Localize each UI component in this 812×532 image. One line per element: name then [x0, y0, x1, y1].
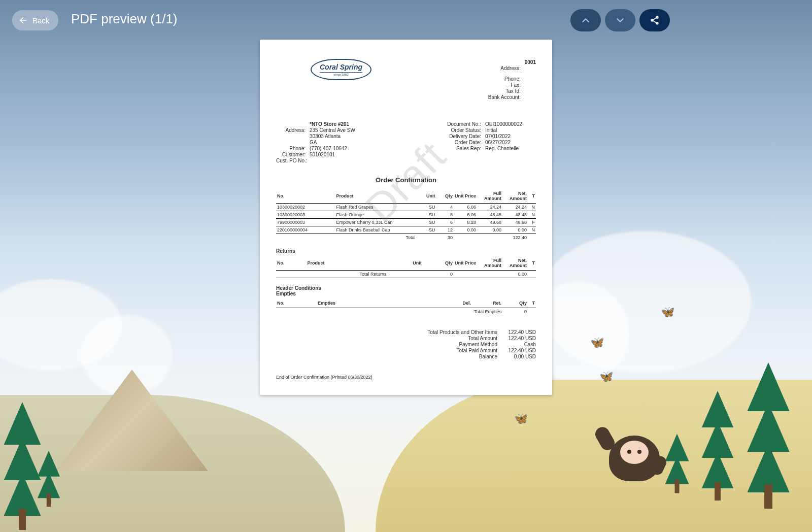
label-address: Address:	[487, 65, 521, 71]
label-fax: Fax:	[487, 82, 521, 88]
butterfly-icon: 🦋	[590, 336, 604, 349]
label-rep: Sales Rep:	[443, 146, 481, 151]
delivery-date: 07/01/2022	[485, 134, 536, 139]
butterfly-icon: 🦋	[514, 412, 528, 425]
share-icon	[650, 15, 660, 25]
company-block: 0001 Address: Phone: Fax: Tax Id: Bank A…	[487, 59, 536, 101]
returns-total-label: Total Returns	[307, 271, 388, 278]
col-unit: Unit	[416, 189, 436, 204]
chevron-up-icon	[580, 15, 591, 26]
summary-row: Total Amount122.40 USD	[276, 336, 536, 341]
company-code: 0001	[525, 59, 536, 65]
table-row: 10300020002Flash Red GrapesSU46.0624.242…	[276, 204, 536, 211]
returns-total-qty: 0	[423, 271, 454, 278]
items-total-label: Total	[335, 234, 416, 241]
butterfly-icon: 🦋	[661, 306, 674, 319]
hill-decor	[376, 380, 812, 532]
items-total-qty: 30	[436, 234, 454, 241]
summary-row: Balance0.00 USD	[276, 354, 536, 359]
company-logo: Coral Spring since 1883	[276, 59, 371, 101]
items-total-net: 122.40	[502, 234, 528, 241]
label-cust-phone: Phone:	[276, 146, 306, 151]
tree-decor	[747, 362, 789, 509]
logo-name: Coral Spring	[320, 63, 362, 71]
customer-block: *NTO Store #201 Address:235 Central Ave …	[276, 121, 362, 164]
customer-address1: 235 Central Ave SW	[310, 127, 360, 133]
label-po: Cust. PO No.:	[276, 158, 308, 163]
returns-table: No. Product Unit Qty Unit Price Full Amo…	[276, 256, 536, 278]
col-qty: Qty	[436, 189, 454, 204]
col-uprice: Unit Price	[454, 189, 477, 204]
doc-no: OEI1000000002	[485, 121, 536, 127]
logo-tagline: since 1883	[320, 72, 362, 76]
label-order-date: Order Date:	[443, 140, 481, 145]
sales-rep: Rep, Chantelle	[485, 146, 536, 151]
label-status: Order Status:	[443, 127, 481, 133]
share-button[interactable]	[639, 9, 670, 31]
customer-phone: (770) 407-10642	[310, 146, 360, 151]
header-conditions-label: Header Conditions	[276, 285, 536, 291]
astro-mascot	[609, 436, 660, 481]
col-t: T	[528, 189, 536, 204]
label-cust-address: Address:	[276, 127, 306, 133]
empties-total-label: Total Empties	[472, 308, 502, 315]
back-button[interactable]: Back	[12, 10, 58, 30]
order-status: Initial	[485, 127, 536, 133]
butterfly-icon: 🦋	[599, 370, 613, 383]
label-customer-no: Customer:	[276, 152, 306, 157]
col-net: Net. Amount	[502, 189, 528, 204]
col-full: Full Amount	[477, 189, 502, 204]
label-tax: Tax Id:	[487, 88, 521, 94]
label-delivery: Delivery Date:	[443, 134, 481, 139]
summary-block: Total Products and Other Items122.40 USD…	[276, 329, 536, 359]
customer-name: *NTO Store #201	[310, 121, 360, 127]
col-no: No.	[276, 189, 335, 204]
label-phone: Phone:	[487, 76, 521, 82]
label-bank: Bank Account:	[487, 94, 521, 100]
tree-decor	[665, 434, 689, 493]
label-doc-no: Document No.:	[443, 121, 481, 127]
table-row: 220100000004Flash Drinks Baseball CapSU1…	[276, 226, 536, 234]
tree-decor	[4, 402, 41, 530]
empties-total-qty: 0	[502, 308, 528, 315]
returns-total-net: 0.00	[502, 271, 528, 278]
document-footer: End of Order Confirmation (Printed 06/30…	[276, 375, 536, 380]
col-product: Product	[335, 189, 416, 204]
back-label: Back	[32, 16, 49, 25]
items-table: No. Product Unit Qty Unit Price Full Amo…	[276, 189, 536, 241]
page-title: PDF preview (1/1)	[71, 11, 178, 27]
customer-address3: GA	[310, 140, 360, 145]
items-total-row: Total 30 122.40	[276, 234, 536, 241]
svg-line-4	[653, 18, 657, 20]
page-up-button[interactable]	[570, 9, 601, 31]
table-row: 10300020003Flash OrangeSU86.0648.4848.48…	[276, 211, 536, 219]
table-row: 79900000003Empower Cherry 0,33L CanSU68.…	[276, 219, 536, 226]
summary-row: Payment MethodCash	[276, 342, 536, 347]
svg-line-5	[653, 21, 657, 23]
pdf-page: Draft Coral Spring since 1883 0001 Addre…	[260, 40, 552, 395]
arrow-left-icon	[18, 15, 28, 25]
customer-no: 501020101	[310, 152, 360, 157]
returns-label: Returns	[276, 248, 536, 254]
tree-decor	[38, 451, 60, 507]
tree-decor	[702, 391, 733, 501]
summary-row: Total Products and Other Items122.40 USD	[276, 329, 536, 335]
page-down-button[interactable]	[605, 9, 635, 31]
customer-po	[312, 158, 362, 163]
empties-label: Empties	[276, 291, 536, 296]
document-title: Order Confirmation	[276, 176, 536, 184]
customer-address2: 30303 Atlanta	[310, 134, 360, 139]
order-date: 06/27/2022	[485, 140, 536, 145]
order-block: Document No.:OEI1000000002 Order Status:…	[443, 121, 536, 164]
empties-table: No. Empties Del. Ret. Qty T Total Emptie…	[276, 298, 536, 315]
chevron-down-icon	[615, 15, 626, 26]
summary-row: Total Paid Amount122.40 USD	[276, 348, 536, 353]
